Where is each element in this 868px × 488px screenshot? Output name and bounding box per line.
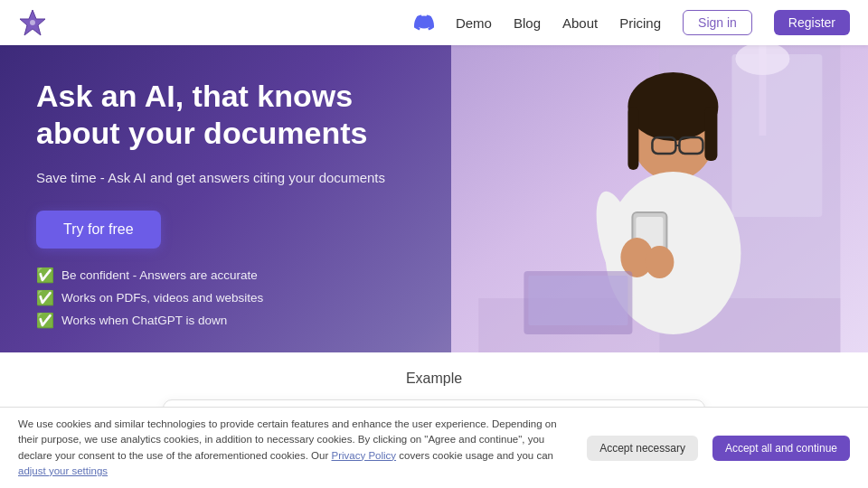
svg-rect-22: [529, 276, 628, 325]
privacy-policy-link[interactable]: Privacy Policy: [331, 450, 396, 461]
feature-3: ✅ Works when ChatGPT is down: [36, 312, 415, 329]
feature-1: ✅ Be confident - Answers are accurate: [36, 267, 415, 284]
svg-rect-3: [732, 54, 823, 217]
check-icon-3: ✅: [36, 312, 54, 329]
cookie-text: We use cookies and similar technologies …: [18, 417, 572, 479]
hero-features: ✅ Be confident - Answers are accurate ✅ …: [36, 267, 415, 329]
signin-button[interactable]: Sign in: [683, 10, 752, 35]
logo-icon: [18, 8, 47, 37]
try-for-free-button[interactable]: Try for free: [36, 211, 161, 249]
nav-links: Demo Blog About Pricing Sign in Register: [414, 10, 850, 35]
example-label: Example: [406, 371, 462, 387]
feature-2: ✅ Works on PDFs, videos and websites: [36, 289, 415, 306]
cookie-banner: We use cookies and similar technologies …: [0, 407, 868, 488]
nav-blog[interactable]: Blog: [514, 15, 541, 31]
svg-point-1: [30, 20, 35, 25]
feature-2-text: Works on PDFs, videos and websites: [61, 291, 263, 305]
hero-content: Ask an AI, that knows about your documen…: [0, 45, 451, 352]
cookie-message-2: covers cookie usage and you can: [399, 450, 553, 461]
discord-icon[interactable]: [414, 13, 434, 33]
logo[interactable]: [18, 8, 47, 37]
svg-point-20: [646, 246, 675, 278]
hero-image: [451, 45, 868, 352]
navbar: Demo Blog About Pricing Sign in Register: [0, 0, 868, 45]
check-icon-1: ✅: [36, 267, 54, 284]
nav-about[interactable]: About: [562, 15, 598, 31]
svg-rect-9: [628, 107, 639, 170]
feature-3-text: Works when ChatGPT is down: [61, 314, 227, 327]
svg-rect-10: [705, 107, 718, 161]
check-icon-2: ✅: [36, 289, 54, 306]
nav-demo[interactable]: Demo: [456, 15, 492, 31]
hero-subtitle: Save time - Ask AI and get answers citin…: [36, 168, 415, 189]
cookie-settings-link[interactable]: adjust your settings: [18, 465, 108, 476]
accept-necessary-button[interactable]: Accept necessary: [587, 436, 698, 461]
hero-section: Ask an AI, that knows about your documen…: [0, 45, 868, 352]
register-button[interactable]: Register: [774, 10, 850, 35]
hero-title: Ask an AI, that knows about your documen…: [36, 78, 415, 152]
hero-illustration: [451, 45, 868, 352]
nav-pricing[interactable]: Pricing: [619, 15, 661, 31]
accept-all-button[interactable]: Accept all and continue: [712, 436, 850, 461]
feature-1-text: Be confident - Answers are accurate: [61, 268, 258, 282]
